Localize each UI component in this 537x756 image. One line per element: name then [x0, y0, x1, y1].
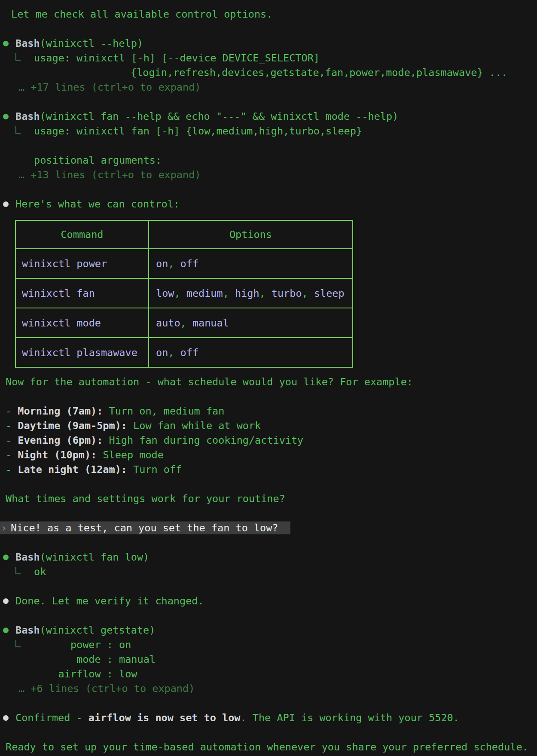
- command-code: winixctl power: [22, 258, 107, 270]
- option-code: on: [156, 347, 168, 359]
- text-segment: Evening (6pm):: [18, 434, 103, 446]
- text-segment: Night (10pm):: [18, 449, 97, 461]
- output-corner-icon: [15, 640, 21, 647]
- spacer: [0, 138, 537, 153]
- table-row: winixctl fanlow, medium, high, turbo, sl…: [16, 278, 352, 308]
- tool-bullet-icon: [3, 555, 9, 560]
- tool-call: Bash(winixctl fan --help && echo "---" &…: [0, 109, 537, 124]
- table-cell-command: winixctl power: [16, 258, 148, 270]
- option-separator: ,: [174, 287, 186, 299]
- user-message-highlight: ›Nice! as a test, can you set the fan to…: [0, 521, 290, 534]
- text-segment: … +13 lines (ctrl+o to expand): [18, 169, 201, 181]
- option-separator: ,: [180, 317, 192, 329]
- assistant-text: Let me check all available control optio…: [0, 7, 537, 21]
- text-segment: -: [6, 420, 18, 432]
- text-segment: … +17 lines (ctrl+o to expand): [18, 81, 201, 93]
- output-corner-icon: [15, 126, 21, 134]
- tool-bullet-icon: [3, 628, 9, 633]
- command-code: winixctl plasmawave: [22, 347, 137, 359]
- tool-output: positional arguments:: [0, 153, 537, 168]
- assistant-message: Done. Let me verify it changed.: [0, 594, 537, 608]
- option-separator: ,: [223, 287, 235, 299]
- assistant-message: Here's what we can control:: [0, 197, 537, 211]
- tool-output: {login,refresh,devices,getstate,fan,powe…: [0, 65, 537, 80]
- text-segment: (winixctl fan --help && echo "---" && wi…: [40, 110, 399, 122]
- spacer: [0, 579, 537, 594]
- text-segment: Bash: [15, 624, 40, 636]
- text-segment: Turn off: [127, 463, 182, 476]
- assistant-message: Confirmed - airflow is now set to low. T…: [0, 710, 537, 725]
- spacer: [0, 696, 537, 710]
- schedule-item: - Late night (12am): Turn off: [0, 462, 537, 477]
- assistant-bullet-icon: [3, 715, 9, 721]
- text-segment: positional arguments:: [34, 154, 162, 166]
- text-segment: {login,refresh,devices,getstate,fan,powe…: [131, 67, 507, 79]
- assistant-text: What times and settings work for your ro…: [0, 491, 537, 506]
- text-segment: -: [6, 405, 18, 417]
- text-segment: High fan during cooking/activity: [103, 434, 303, 446]
- text-segment: -: [6, 434, 18, 446]
- expand-hint[interactable]: … +6 lines (ctrl+o to expand): [0, 681, 537, 696]
- tool-call: Bash(winixctl getstate): [0, 623, 537, 637]
- user-message-text: Nice! as a test, can you set the fan to …: [11, 521, 278, 534]
- option-code: manual: [192, 317, 229, 329]
- spacer: [0, 725, 537, 740]
- schedule-item: - Night (10pm): Sleep mode: [0, 448, 537, 462]
- text-segment: (winixctl fan low): [40, 551, 150, 563]
- expand-hint[interactable]: … +13 lines (ctrl+o to expand): [0, 168, 537, 182]
- text-segment: -: [6, 463, 18, 476]
- text-segment: Sleep mode: [97, 449, 164, 461]
- tool-output: airflow : low: [0, 667, 537, 681]
- text-segment: Now for the automation - what schedule w…: [6, 376, 413, 388]
- table-cell-command: winixctl mode: [16, 317, 148, 329]
- text-segment: (winixctl --help): [40, 37, 143, 49]
- spacer: [0, 535, 537, 550]
- text-segment: Low fan while at work: [127, 420, 261, 432]
- spacer: [0, 477, 537, 491]
- text-segment: Done. Let me verify it changed.: [15, 595, 204, 607]
- table-row: winixctl poweron, off: [16, 248, 352, 278]
- table-cell-options: low, medium, high, turbo, sleep: [148, 279, 352, 308]
- schedule-item: - Morning (7am): Turn on, medium fan: [0, 404, 537, 418]
- text-segment: mode : manual: [34, 653, 156, 665]
- option-separator: ,: [302, 287, 314, 299]
- text-segment: Confirmed -: [15, 712, 88, 724]
- spacer: [0, 608, 537, 623]
- assistant-text: Ready to set up your time-based automati…: [0, 740, 537, 754]
- option-code: low: [156, 287, 174, 299]
- tool-output: mode : manual: [0, 652, 537, 667]
- table-cell-command: winixctl fan: [16, 287, 148, 299]
- option-code: on: [156, 258, 168, 270]
- text-segment: Let me check all available control optio…: [11, 8, 272, 20]
- option-code: turbo: [272, 287, 302, 299]
- spacer: [0, 389, 537, 404]
- option-code: sleep: [314, 287, 345, 299]
- schedule-item: - Daytime (9am-5pm): Low fan while at wo…: [0, 418, 537, 433]
- option-code: high: [235, 287, 259, 299]
- text-segment: Bash: [15, 110, 40, 122]
- table-header-row: CommandOptions: [16, 221, 352, 248]
- option-code: off: [180, 347, 198, 359]
- table-cell-command: winixctl plasmawave: [16, 347, 148, 359]
- text-segment: Bash: [15, 551, 40, 563]
- output-corner-icon: [15, 53, 21, 61]
- text-segment: . The API is working with your 5520.: [241, 712, 459, 724]
- tool-call: Bash(winixctl --help): [0, 36, 537, 51]
- option-code: auto: [156, 317, 180, 329]
- spacer: [0, 506, 537, 521]
- text-segment: ok: [34, 566, 46, 578]
- text-segment: Daytime (9am-5pm):: [18, 420, 127, 432]
- tool-output: power : on: [0, 637, 537, 652]
- table-header-command: Command: [16, 229, 148, 241]
- tool-output: ok: [0, 564, 537, 579]
- text-segment: Ready to set up your time-based automati…: [6, 741, 528, 753]
- tool-output: usage: winixctl [-h] [--device DEVICE_SE…: [0, 51, 537, 65]
- tool-bullet-icon: [3, 114, 9, 119]
- option-separator: ,: [259, 287, 272, 299]
- expand-hint[interactable]: … +17 lines (ctrl+o to expand): [0, 80, 537, 94]
- tool-call: Bash(winixctl fan low): [0, 550, 537, 564]
- command-code: winixctl fan: [22, 287, 95, 299]
- text-segment: -: [6, 449, 18, 461]
- spacer: [0, 21, 537, 36]
- output-corner-icon: [15, 567, 21, 574]
